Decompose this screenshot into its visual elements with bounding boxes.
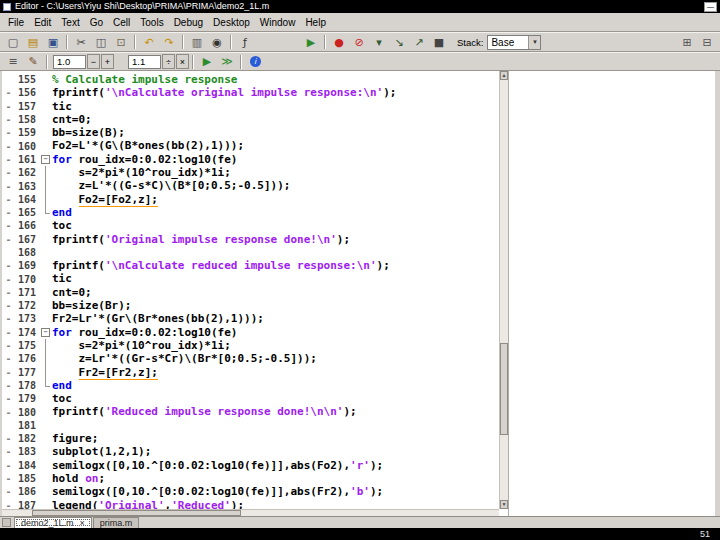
evaluate-cell-button[interactable]: ▶ bbox=[198, 53, 216, 70]
breakpoint-margin[interactable]: - bbox=[2, 486, 15, 497]
code-text[interactable]: semilogx([0,10.^[0:0.02:log10(fe)]],abs(… bbox=[52, 459, 383, 472]
breakpoint-margin[interactable]: - bbox=[2, 500, 15, 509]
code-text[interactable]: semilogx([0,10.^[0:0.02:log10(fe)]],abs(… bbox=[52, 485, 383, 498]
breakpoint-margin[interactable]: - bbox=[2, 353, 15, 364]
decrement-button[interactable]: − bbox=[87, 54, 100, 69]
step-out-button[interactable]: ↗ bbox=[410, 34, 428, 51]
breakpoint-margin[interactable]: - bbox=[2, 87, 15, 98]
menu-item-text[interactable]: Text bbox=[56, 15, 84, 30]
horizontal-scrollbar[interactable] bbox=[2, 509, 499, 516]
code-text[interactable]: fprintf('Reduced impulse response done!\… bbox=[52, 405, 357, 418]
code-text[interactable]: for rou_idx=0:0.02:log10(fe) bbox=[52, 153, 237, 166]
breakpoint-margin[interactable]: - bbox=[2, 141, 15, 152]
breakpoint-margin[interactable]: - bbox=[2, 101, 15, 112]
breakpoint-margin[interactable]: - bbox=[2, 446, 15, 457]
code-text[interactable]: cnt=0; bbox=[52, 286, 92, 299]
breakpoint-margin[interactable]: - bbox=[2, 194, 15, 205]
breakpoint-margin[interactable]: - bbox=[2, 433, 15, 444]
breakpoint-margin[interactable]: - bbox=[2, 407, 15, 418]
code-text[interactable]: Fo2=L'*(G\(B*ones(bb(2),1))); bbox=[52, 139, 244, 152]
breakpoint-margin[interactable]: - bbox=[2, 300, 15, 311]
code-text[interactable]: % Calculate impulse response bbox=[52, 73, 237, 86]
breakpoint-margin[interactable]: - bbox=[2, 207, 15, 218]
menu-item-debug[interactable]: Debug bbox=[169, 15, 208, 30]
code-text[interactable]: bb=size(Br); bbox=[52, 299, 131, 312]
print-button[interactable]: ▥ bbox=[188, 34, 206, 51]
breakpoint-margin[interactable]: - bbox=[2, 114, 15, 125]
code-text[interactable]: fprintf('\nCalculate original impulse re… bbox=[52, 86, 396, 99]
fold-collapse-icon[interactable]: − bbox=[41, 328, 50, 337]
code-viewport[interactable]: 155% Calculate impulse response-156fprin… bbox=[2, 71, 499, 509]
menu-item-edit[interactable]: Edit bbox=[29, 15, 56, 30]
insert-cell-divider-button[interactable]: ≡ bbox=[4, 53, 22, 70]
divide-button[interactable]: ÷ bbox=[162, 54, 175, 69]
code-text[interactable]: s=2*pi*(10^rou_idx)*1i; bbox=[52, 166, 231, 179]
code-text[interactable]: end bbox=[52, 379, 72, 392]
help-info-button[interactable]: i bbox=[246, 53, 264, 70]
breakpoint-margin[interactable]: - bbox=[2, 473, 15, 484]
code-text[interactable]: for rou_idx=0:0.02:log10(fe) bbox=[52, 326, 237, 339]
code-pane[interactable]: 155% Calculate impulse response-156fprin… bbox=[2, 71, 509, 516]
vertical-scroll-thumb[interactable] bbox=[500, 343, 508, 435]
document-bar-menu-button[interactable] bbox=[2, 518, 11, 527]
breakpoint-margin[interactable]: - bbox=[2, 260, 15, 271]
code-text[interactable]: Fr2=Lr'*(Gr\(Br*ones(bb(2),1))); bbox=[52, 312, 264, 325]
code-text[interactable]: tic bbox=[52, 100, 72, 113]
menu-item-go[interactable]: Go bbox=[85, 15, 108, 30]
breakpoint-margin[interactable]: - bbox=[2, 380, 15, 391]
undo-button[interactable]: ↶ bbox=[140, 34, 158, 51]
menu-item-desktop[interactable]: Desktop bbox=[208, 15, 255, 30]
breakpoint-margin[interactable]: - bbox=[2, 167, 15, 178]
breakpoint-margin[interactable]: - bbox=[2, 367, 15, 378]
code-text[interactable]: z=Lr'*((Gr-s*Cr)\(Br*[0;0.5;-0.5])); bbox=[52, 352, 317, 365]
tile-windows-button[interactable]: ⊟ bbox=[698, 34, 716, 51]
breakpoint-margin[interactable]: - bbox=[2, 274, 15, 285]
breakpoint-margin[interactable]: - bbox=[2, 327, 15, 338]
scroll-down-icon[interactable]: ▼ bbox=[500, 500, 508, 509]
step-button[interactable]: ▾ bbox=[370, 34, 388, 51]
set-clear-breakpoint-button[interactable]: ● bbox=[330, 34, 348, 51]
minimize-button[interactable]: — bbox=[704, 2, 717, 12]
step-in-button[interactable]: ↘ bbox=[390, 34, 408, 51]
document-tab-demo2-1l-m[interactable]: demo2_1L.m× bbox=[14, 517, 92, 528]
code-text[interactable]: toc bbox=[52, 219, 72, 232]
breakpoint-margin[interactable]: - bbox=[2, 154, 15, 165]
breakpoint-margin[interactable]: - bbox=[2, 127, 15, 138]
scroll-up-icon[interactable]: ▲ bbox=[500, 71, 508, 80]
new-file-button[interactable]: ▢ bbox=[4, 34, 22, 51]
breakpoint-margin[interactable]: - bbox=[2, 234, 15, 245]
find-button[interactable]: ◉ bbox=[208, 34, 226, 51]
window-titlebar[interactable]: Editor - C:\Users\Yiyu Shi\Desktop\PRIMA… bbox=[0, 0, 720, 13]
save-button[interactable]: ▣ bbox=[44, 34, 62, 51]
document-tab-prima-m[interactable]: prima.m bbox=[93, 517, 140, 528]
breakpoint-margin[interactable]: - bbox=[2, 340, 15, 351]
code-text[interactable]: cnt=0; bbox=[52, 113, 92, 126]
increment-button[interactable]: + bbox=[101, 54, 114, 69]
cut-button[interactable]: ✂ bbox=[72, 34, 90, 51]
paste-button[interactable]: ⊡ bbox=[112, 34, 130, 51]
code-text[interactable]: bb=size(B); bbox=[52, 126, 125, 139]
breakpoint-margin[interactable]: - bbox=[2, 393, 15, 404]
multiply-button[interactable]: × bbox=[176, 54, 189, 69]
stack-selector[interactable]: Base ▼ bbox=[487, 35, 541, 50]
code-text[interactable]: fprintf('\nCalculate reduced impulse res… bbox=[52, 259, 390, 272]
menu-item-window[interactable]: Window bbox=[255, 15, 301, 30]
copy-button[interactable]: ◫ bbox=[92, 34, 110, 51]
menu-item-cell[interactable]: Cell bbox=[108, 15, 135, 30]
run-button[interactable]: ▶ bbox=[302, 34, 320, 51]
code-text[interactable]: s=2*pi*(10^rou_idx)*1i; bbox=[52, 339, 231, 352]
breakpoint-margin[interactable]: - bbox=[2, 220, 15, 231]
code-text[interactable]: end bbox=[52, 206, 72, 219]
dock-button[interactable]: ⊞ bbox=[678, 34, 696, 51]
open-file-button[interactable]: ▤ bbox=[24, 34, 42, 51]
chevron-down-icon[interactable]: ▼ bbox=[528, 36, 540, 49]
breakpoint-margin[interactable]: - bbox=[2, 181, 15, 192]
menu-item-help[interactable]: Help bbox=[300, 15, 331, 30]
close-tab-icon[interactable]: × bbox=[80, 519, 85, 528]
code-text[interactable]: fprintf('Original impulse response done!… bbox=[52, 233, 350, 246]
breakpoint-margin[interactable]: - bbox=[2, 460, 15, 471]
cell-increment-value-input[interactable] bbox=[53, 55, 86, 69]
goto-function-button[interactable]: ƒ bbox=[236, 34, 254, 51]
code-text[interactable]: Fo2=[Fo2,z]; bbox=[52, 193, 158, 206]
code-text[interactable]: hold on; bbox=[52, 472, 105, 485]
